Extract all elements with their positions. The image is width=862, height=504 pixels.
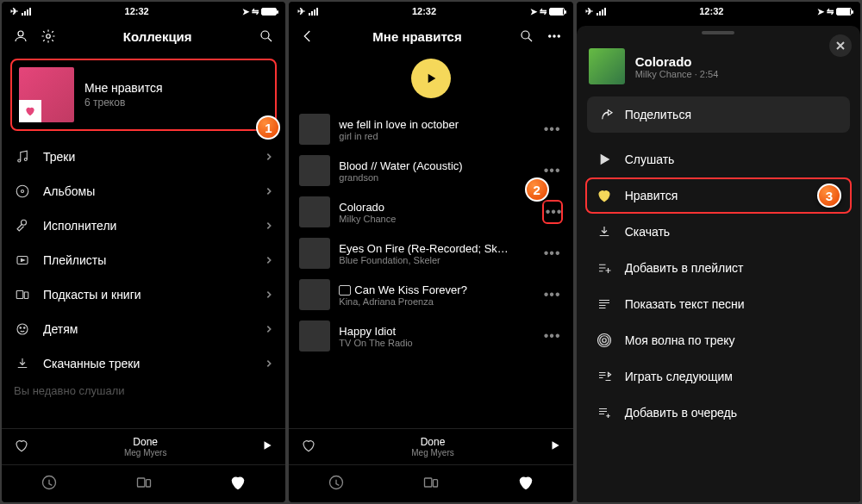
svg-point-4 — [24, 159, 27, 161]
mic-icon — [14, 218, 31, 233]
settings-icon[interactable] — [40, 28, 57, 45]
sheet-listen[interactable]: Слушать — [580, 141, 857, 177]
track-more-icon[interactable]: ••• — [542, 121, 563, 137]
play-all-button[interactable] — [411, 59, 451, 98]
tab-wave[interactable] — [328, 474, 345, 495]
sheet-lyrics[interactable]: Показать текст песни — [580, 286, 857, 322]
collection-menu: Треки Альбомы Исполнители Плейлисты Подк — [2, 140, 285, 381]
share-button[interactable]: Поделиться — [587, 96, 850, 133]
page-title: Коллекция — [67, 29, 247, 44]
sheet-play-next[interactable]: Играть следующим — [580, 358, 857, 395]
bluetooth-icon: ⇋ — [252, 7, 259, 16]
svg-rect-15 — [137, 478, 144, 487]
svg-rect-22 — [424, 478, 431, 487]
tab-podcasts[interactable] — [422, 474, 440, 495]
sheet-subtitle: Milky Chance · 2:54 — [635, 69, 719, 79]
status-bar: ✈︎ 12:32 ➤⇋ — [577, 2, 860, 21]
more-icon[interactable] — [546, 28, 563, 45]
menu-tracks[interactable]: Треки — [2, 140, 285, 174]
menu-artists[interactable]: Исполнители — [2, 208, 285, 243]
sheet-menu: Слушать Нравится 3 Скачать Добавить в пл… — [577, 141, 860, 431]
track-row[interactable]: Happy IdiotTV On The Radio ••• — [289, 315, 572, 357]
tab-bar — [2, 464, 285, 502]
track-more-icon[interactable]: ••• — [542, 328, 563, 344]
playlist-icon — [14, 252, 31, 268]
track-cover — [589, 48, 625, 84]
now-playing-bar[interactable]: Done Meg Myers — [2, 428, 285, 464]
track-more-icon[interactable]: ••• — [542, 246, 563, 261]
svg-rect-16 — [146, 479, 150, 486]
track-row[interactable]: Eyes On Fire (Re-Recorded; Sk…Blue Found… — [289, 233, 572, 274]
menu-kids[interactable]: Детям — [2, 312, 285, 346]
wifi-icon — [22, 8, 31, 16]
screen-track-sheet: ✈︎ 12:32 ➤⇋ Colorado Milky Chance · 2:54… — [577, 2, 860, 502]
svg-point-13 — [24, 327, 26, 329]
liked-cover — [19, 67, 74, 122]
svg-point-12 — [20, 327, 22, 329]
search-icon[interactable] — [518, 28, 535, 45]
tab-wave[interactable] — [41, 474, 58, 495]
sheet-queue[interactable]: Добавить в очередь — [580, 395, 857, 431]
battery-icon — [261, 8, 277, 16]
bluetooth-icon: ⇋ — [540, 7, 547, 16]
podcast-icon — [14, 287, 31, 302]
liked-sub: 6 треков — [84, 96, 162, 109]
play-icon[interactable] — [261, 439, 273, 455]
add-playlist-icon — [596, 260, 613, 276]
menu-downloads[interactable]: Скачанные треки — [2, 346, 285, 381]
recent-header: Вы недавно слушали — [2, 381, 285, 401]
sheet-like[interactable]: Нравится 3 — [580, 177, 857, 214]
menu-playlists[interactable]: Плейлисты — [2, 243, 285, 277]
svg-point-24 — [602, 339, 606, 343]
status-time: 12:32 — [699, 6, 723, 16]
svg-point-5 — [16, 185, 28, 197]
track-row[interactable]: we fell in love in octobergirl in red ••… — [289, 109, 572, 150]
status-bar: ✈︎ 12:32 ➤ ⇋ — [2, 2, 285, 21]
track-more-icon[interactable]: ••• — [542, 200, 563, 224]
menu-podcasts[interactable]: Подкасты и книги — [2, 277, 285, 312]
track-list: we fell in love in octobergirl in red ••… — [289, 109, 572, 357]
track-more-icon[interactable]: ••• — [542, 163, 563, 178]
lyrics-icon — [596, 296, 613, 312]
svg-point-0 — [18, 31, 23, 36]
sheet-add-playlist[interactable]: Добавить в плейлист — [580, 250, 857, 286]
plane-icon: ✈︎ — [585, 6, 593, 17]
track-cover — [299, 320, 330, 352]
svg-rect-9 — [16, 291, 23, 299]
svg-point-18 — [548, 35, 550, 37]
play-icon[interactable] — [549, 439, 561, 455]
chevron-right-icon — [265, 288, 273, 302]
now-playing-bar[interactable]: DoneMeg Myers — [289, 428, 572, 464]
heart-outline-icon[interactable] — [301, 438, 316, 457]
menu-albums[interactable]: Альбомы — [2, 174, 285, 208]
sheet-mywave[interactable]: Моя волна по треку — [580, 322, 857, 358]
plane-icon: ✈︎ — [297, 6, 305, 17]
heart-filled-icon — [596, 188, 613, 203]
chevron-right-icon — [265, 150, 273, 164]
tab-podcasts[interactable] — [135, 474, 153, 495]
chevron-right-icon — [265, 219, 273, 233]
profile-icon[interactable] — [12, 28, 29, 45]
download-icon — [14, 356, 31, 371]
tab-collection[interactable] — [229, 474, 247, 495]
track-row[interactable]: Can We Kiss Forever?Kina, Adriana Proenz… — [289, 274, 572, 315]
back-icon[interactable] — [299, 28, 316, 45]
heart-outline-icon[interactable] — [14, 438, 29, 457]
step-badge-1: 1 — [256, 115, 280, 140]
now-playing-text: Done Meg Myers — [40, 436, 251, 457]
sheet-download[interactable]: Скачать — [580, 214, 857, 250]
hq-icon — [339, 285, 351, 296]
search-icon[interactable] — [258, 28, 275, 45]
chevron-right-icon — [265, 322, 273, 336]
disc-icon — [14, 184, 31, 199]
close-icon[interactable] — [829, 34, 852, 57]
track-row[interactable]: ColoradoMilky Chance ••• 2 — [289, 191, 572, 233]
action-sheet: Colorado Milky Chance · 2:54 Поделиться … — [577, 26, 860, 502]
tab-collection[interactable] — [517, 474, 534, 495]
liked-playlist-card[interactable]: Мне нравится 6 треков 1 — [10, 59, 277, 131]
status-time: 12:32 — [125, 6, 149, 16]
wave-icon — [596, 333, 613, 348]
svg-point-1 — [47, 34, 51, 39]
location-icon: ➤ — [817, 7, 824, 16]
track-more-icon[interactable]: ••• — [542, 287, 563, 302]
